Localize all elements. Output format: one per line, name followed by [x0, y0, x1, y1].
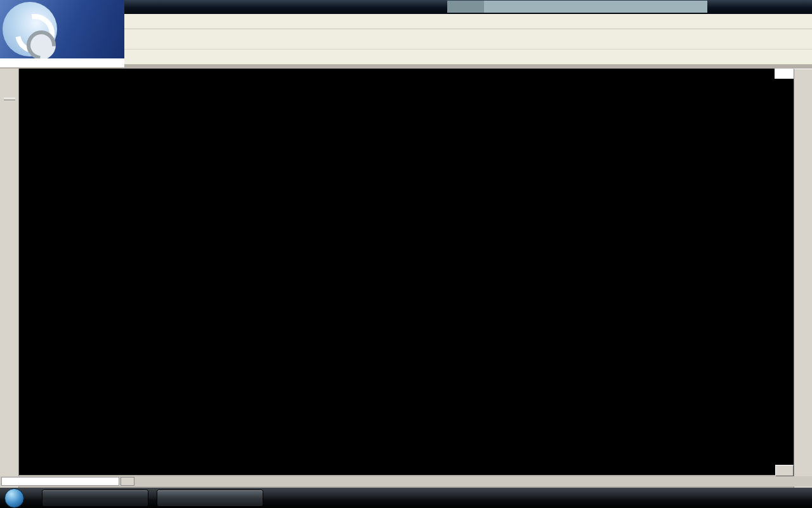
- taskbar: [0, 488, 812, 508]
- palette-handle[interactable]: [4, 98, 15, 100]
- desktop: [0, 0, 812, 508]
- current-price-tag: [775, 69, 794, 79]
- right-tool-palette: [794, 69, 812, 488]
- scrollbar-button[interactable]: [121, 477, 134, 486]
- chart-window[interactable]: [19, 69, 794, 475]
- left-tool-palette: [0, 69, 19, 488]
- start-button[interactable]: [4, 488, 24, 508]
- session-clock-overlay: [447, 1, 707, 13]
- notowania-task-button[interactable]: [42, 490, 148, 507]
- horizontal-scrollbar[interactable]: [0, 476, 812, 486]
- price-chart: [19, 69, 794, 475]
- clock-highlight: [447, 1, 484, 13]
- astro-elliott-surfing-logo: [0, 0, 124, 58]
- timeframe-button[interactable]: [775, 465, 794, 476]
- fibonacci-task-button[interactable]: [157, 490, 263, 507]
- scrollbar-thumb[interactable]: [1, 477, 119, 486]
- logo-tagline: [0, 58, 124, 67]
